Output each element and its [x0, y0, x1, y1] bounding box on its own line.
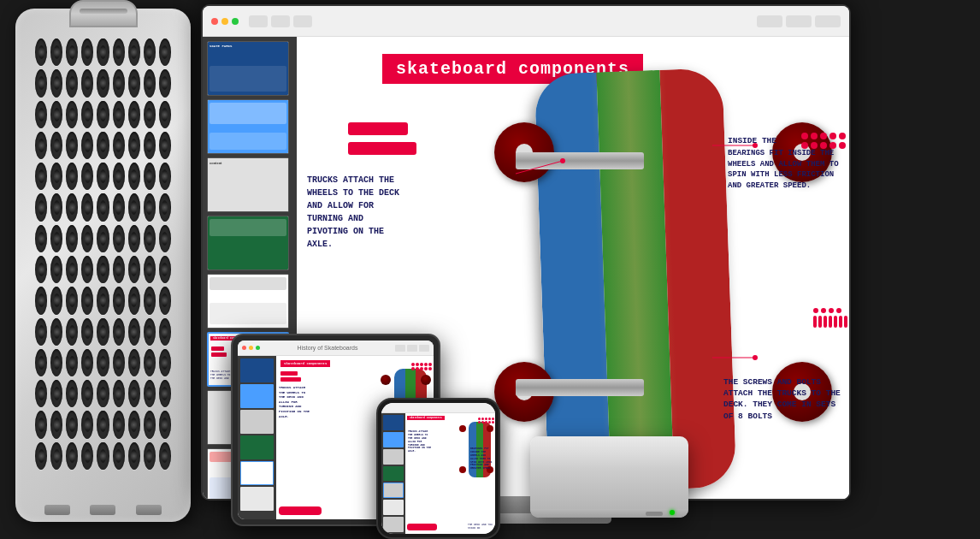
grille-hole [81, 38, 93, 66]
ipad-slide-2[interactable] [240, 384, 274, 408]
iphone-slide-7[interactable] [383, 517, 404, 532]
grille-hole [81, 193, 93, 221]
grille-hole [113, 132, 125, 159]
ipad-slide-6[interactable] [240, 487, 274, 511]
iphone-slide-title: skateboard components [407, 416, 445, 420]
truck-icon [348, 122, 416, 155]
grille-hole [159, 287, 171, 314]
mac-mini-device [530, 436, 688, 518]
grille-hole [128, 225, 140, 252]
screw-line [839, 316, 842, 328]
iphone-slide-2[interactable] [383, 432, 404, 447]
iphone-main-slide: skateboard components TRUCKS ATTACH THE … [405, 413, 495, 534]
slide-thumbnail-3[interactable]: content [207, 157, 289, 212]
ipad-slides-panel[interactable] [238, 356, 276, 519]
ipad-toolbar-btn[interactable] [395, 345, 405, 352]
grille-hole [144, 132, 156, 159]
grille-hole [97, 318, 109, 346]
toolbar-btn[interactable] [293, 15, 312, 27]
mac-mini-sheen [530, 436, 688, 469]
grille-hole [113, 225, 125, 252]
grille-hole [113, 38, 125, 66]
iphone-slide-4[interactable] [383, 466, 404, 482]
ipad-slide-4[interactable] [240, 435, 274, 459]
ipad-max[interactable] [256, 346, 260, 350]
grille-hole [159, 349, 171, 376]
ipad-wheel [421, 375, 431, 385]
grille-hole [113, 101, 125, 128]
grille-hole [113, 69, 125, 97]
grille-hole [97, 411, 109, 438]
ipad-min[interactable] [249, 346, 253, 350]
grille-hole [113, 256, 125, 283]
iphone-slide-6[interactable] [383, 500, 404, 515]
grille-hole [128, 318, 140, 346]
grille-hole [50, 193, 62, 221]
grille-hole [35, 38, 47, 66]
grille-hole [97, 101, 109, 128]
grille-hole [50, 101, 62, 128]
ipad-toolbar: History of Skateboards [238, 341, 434, 356]
iphone-slide-1[interactable] [383, 415, 404, 430]
toolbar-btn[interactable] [249, 15, 268, 27]
screws-annotation: THE SCREWS AND BOLTS ATTACH THE TRUCKS T… [723, 376, 847, 422]
grille-hole [159, 69, 171, 97]
slide-thumbnail-1[interactable]: SKATE PARKS [207, 41, 289, 96]
grille-hole [144, 349, 156, 376]
mac-pro-foot [44, 505, 70, 515]
ipad-toolbar-btn[interactable] [407, 345, 417, 352]
grille-hole [50, 256, 62, 283]
grille-hole [128, 380, 140, 407]
grille-hole [128, 132, 140, 159]
grille-hole [66, 287, 78, 314]
grille-hole [66, 101, 78, 128]
grille-hole [159, 101, 171, 128]
grille-hole [159, 442, 171, 470]
mac-pro-foot [90, 505, 115, 515]
grille-hole [66, 349, 78, 376]
toolbar-btn[interactable] [757, 15, 782, 27]
grille-hole [144, 163, 156, 190]
screw-dot [836, 308, 841, 313]
ipad-close[interactable] [242, 346, 246, 350]
slide-thumbnail-4[interactable] [207, 216, 289, 270]
ipad-slide-5[interactable] [240, 461, 274, 485]
grille-hole [144, 101, 156, 128]
toolbar-btn[interactable] [271, 15, 290, 27]
grille-hole [81, 411, 93, 438]
grille-hole [128, 101, 140, 128]
grille-hole [97, 349, 109, 376]
minimize-button[interactable] [221, 18, 228, 25]
toolbar-btn[interactable] [786, 15, 812, 27]
close-button[interactable] [211, 18, 218, 25]
iphone-bearings-dots [478, 418, 494, 424]
grille-hole [128, 69, 140, 97]
iphone-slide-3[interactable] [383, 449, 404, 465]
grille-hole [128, 349, 140, 376]
slide-thumbnail-5[interactable] [207, 274, 289, 329]
grille-hole [113, 163, 125, 190]
grille-hole [113, 287, 125, 314]
mac-mini-front [530, 509, 688, 518]
grille-hole [35, 69, 47, 97]
grille-hole [35, 193, 47, 221]
maximize-button[interactable] [232, 18, 239, 25]
truck-shape-top [348, 122, 408, 135]
slide-thumbnail-2[interactable] [207, 99, 289, 154]
grille-hole [97, 163, 109, 190]
toolbar-btn[interactable] [815, 15, 841, 27]
window-controls [211, 18, 239, 25]
grille-hole [159, 38, 171, 66]
ipad-slide-1[interactable] [240, 358, 274, 382]
iphone-slide-5[interactable] [383, 483, 404, 498]
iphone-slides-panel[interactable] [381, 413, 405, 534]
iphone-bottom-element [407, 524, 437, 530]
ipad-slide-3[interactable] [240, 410, 274, 434]
iphone-bottom-text: THE DECK AND YOU STAND ON [468, 524, 493, 530]
grille-hole [50, 69, 62, 97]
iphone-wheel [459, 466, 466, 473]
ipad-toolbar-btn[interactable] [419, 345, 429, 352]
grille-hole [97, 69, 109, 97]
ipad-slide-title: skateboard components [280, 360, 330, 367]
grille-hole [35, 287, 47, 314]
